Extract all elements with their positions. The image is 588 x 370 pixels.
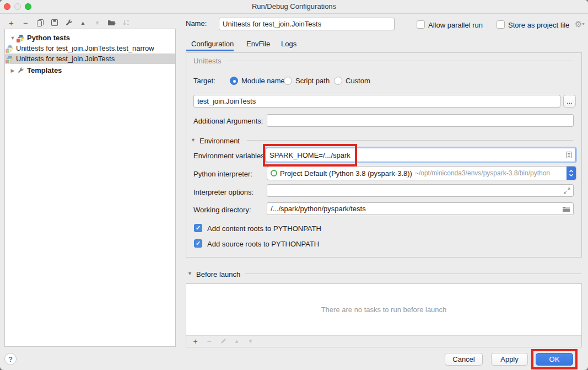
combobox-arrows-icon[interactable] <box>567 166 576 180</box>
folder-icon[interactable] <box>562 206 570 212</box>
help-button[interactable]: ? <box>4 353 17 365</box>
cancel-button[interactable]: Cancel <box>445 353 483 366</box>
add-source-roots-checkbox[interactable]: ✓ <box>194 239 202 248</box>
ok-button[interactable]: OK <box>536 353 573 366</box>
radio-script-path[interactable] <box>284 77 292 85</box>
before-launch-label[interactable]: Before launch <box>196 269 240 280</box>
tab-configuration[interactable]: Configuration <box>191 38 234 50</box>
conda-icon <box>271 170 277 176</box>
radio-script-path-label: Script path <box>295 76 330 87</box>
apply-button[interactable]: Apply <box>491 353 528 366</box>
tests-badge-icon <box>5 49 10 53</box>
tree-item-unittest-narrow[interactable]: Unittests for test_join.JoinTests.test_n… <box>5 43 175 53</box>
environment-variables-label: Environment variables: <box>193 151 266 162</box>
before-launch-panel: There are no tasks to run before launch … <box>186 283 582 347</box>
zoom-window-icon[interactable] <box>25 3 31 10</box>
chevron-right-icon[interactable]: ▶ <box>9 68 16 73</box>
module-name-input[interactable] <box>193 95 560 108</box>
python-test-icon <box>6 45 14 52</box>
window-title: Run/Debug Configurations <box>0 0 588 13</box>
target-label: Target: <box>193 76 215 87</box>
active-tab-underline <box>186 50 234 51</box>
move-task-up-icon[interactable]: ▲ <box>232 336 241 346</box>
sort-alphabetically-icon[interactable] <box>121 18 131 28</box>
tab-envfile[interactable]: EnvFile <box>246 38 270 50</box>
run-debug-configurations-dialog: Run/Debug Configurations + − ▲ ▼ ▼ <box>0 0 588 370</box>
configurations-toolbar: + − ▲ ▼ <box>7 17 131 28</box>
radio-module-name-label: Module name <box>241 76 285 87</box>
before-launch-toolbar: + − ▲ ▼ <box>191 336 255 346</box>
save-icon[interactable] <box>50 18 59 28</box>
tree-item-unittest-jointests[interactable]: Unittests for test_join.JoinTests <box>5 53 175 64</box>
name-label: Name: <box>186 18 207 29</box>
working-directory-input[interactable]: /.../spark/python/pyspark/tests <box>267 202 574 215</box>
chevron-down-icon[interactable]: ▼ <box>9 35 16 41</box>
environment-group-label[interactable]: Environment <box>199 136 240 147</box>
store-as-project-file-label: Store as project file <box>508 20 569 31</box>
tree-item-python-tests[interactable]: ▼ Python tests <box>5 33 175 43</box>
edit-templates-icon[interactable] <box>64 18 73 28</box>
move-task-down-icon[interactable]: ▼ <box>246 336 255 346</box>
additional-arguments-label: Additional Arguments: <box>193 116 263 127</box>
radio-custom[interactable] <box>334 77 342 85</box>
group-divider <box>245 274 582 274</box>
radio-custom-label: Custom <box>346 76 370 87</box>
environment-collapse-icon[interactable]: ▼ <box>191 137 196 143</box>
add-task-icon[interactable]: + <box>191 336 200 346</box>
gear-icon[interactable]: ⚙▾ <box>575 20 584 28</box>
minimize-window-icon[interactable] <box>14 3 21 10</box>
configurations-tree: ▼ Python tests Unittests for test_join.J… <box>4 29 176 347</box>
tests-badge-icon <box>16 38 21 43</box>
interpreter-options-input[interactable] <box>267 184 574 197</box>
unittests-group-label: Unittests <box>193 57 222 65</box>
tests-badge-icon <box>5 59 10 64</box>
python-test-icon <box>6 55 14 63</box>
environment-variables-field[interactable]: SPARK_HOME=/.../spark <box>266 148 576 162</box>
close-window-icon[interactable] <box>4 3 10 10</box>
interpreter-path: ~/opt/miniconda3/envs/pyspark-3.8/bin/py… <box>415 169 550 177</box>
add-icon[interactable]: + <box>7 18 16 28</box>
remove-icon[interactable]: − <box>21 18 30 28</box>
move-up-icon[interactable]: ▲ <box>78 18 88 28</box>
copy-icon[interactable] <box>35 18 45 28</box>
group-divider <box>247 140 573 141</box>
additional-arguments-input[interactable] <box>267 114 574 127</box>
wrench-icon <box>17 67 25 74</box>
move-down-icon[interactable]: ▼ <box>93 18 102 28</box>
before-launch-collapse-icon[interactable]: ▼ <box>187 271 192 276</box>
before-launch-task-list: There are no tasks to run before launch <box>186 284 581 336</box>
interpreter-options-label: Interpreter options: <box>193 187 253 198</box>
python-tests-icon <box>17 34 25 42</box>
edit-task-icon[interactable] <box>218 336 228 346</box>
new-folder-icon[interactable] <box>107 18 116 28</box>
python-interpreter-combobox[interactable]: Project Default (Python 3.8 (pyspark-3.8… <box>267 166 576 180</box>
tab-logs[interactable]: Logs <box>281 38 296 50</box>
working-directory-label: Working directory: <box>193 205 251 216</box>
store-as-project-file-checkbox[interactable] <box>497 20 505 29</box>
tree-item-templates[interactable]: ▶ Templates <box>5 65 175 76</box>
edit-variables-icon[interactable] <box>566 152 572 159</box>
radio-module-name[interactable] <box>230 77 238 85</box>
python-interpreter-label: Python interpreter: <box>193 169 252 180</box>
add-content-roots-checkbox[interactable]: ✓ <box>194 224 202 232</box>
remove-task-icon[interactable]: − <box>204 336 214 346</box>
add-content-roots-label: Add content roots to PYTHONPATH <box>207 223 321 234</box>
browse-button[interactable]: ... <box>563 95 576 108</box>
before-launch-empty-text: There are no tasks to run before launch <box>321 305 447 314</box>
titlebar: Run/Debug Configurations <box>0 0 588 14</box>
allow-parallel-run-label: Allow parallel run <box>428 20 483 31</box>
name-input[interactable] <box>219 18 395 30</box>
allow-parallel-run-checkbox[interactable] <box>417 20 425 29</box>
add-source-roots-label: Add source roots to PYTHONPATH <box>207 239 319 250</box>
expand-field-icon[interactable] <box>564 187 570 194</box>
group-divider <box>227 61 573 61</box>
